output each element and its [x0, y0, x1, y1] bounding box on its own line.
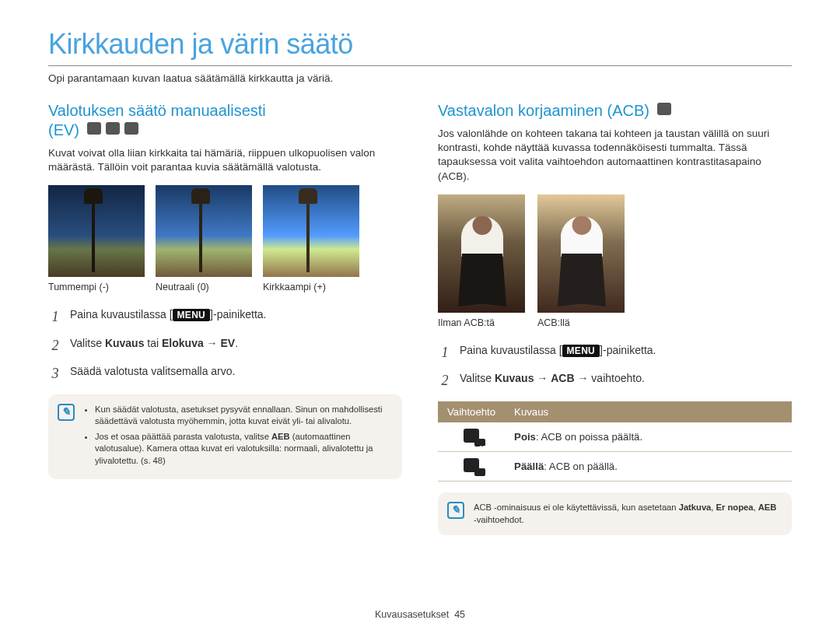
option-desc: : ACB on päällä.: [544, 461, 618, 472]
step-text: Säädä valotusta valitsemalla arvo.: [70, 363, 402, 384]
left-column: Valotuksen säätö manuaalisesti (EV) Kuva…: [48, 101, 402, 535]
step-text: .: [235, 337, 238, 349]
step-text: → vaihtoehto.: [575, 372, 645, 384]
footer-section: Kuvausasetukset: [375, 609, 449, 620]
step-text: →: [204, 337, 221, 349]
ev-paragraph: Kuvat voivat olla liian kirkkaita tai hä…: [48, 146, 402, 174]
note-text: ACB -ominaisuus ei ole käytettävissä, ku…: [474, 503, 679, 512]
acb-note-box: ✎ ACB -ominaisuus ei ole käytettävissä, …: [438, 492, 792, 535]
acb-step-2: 2 Valitse Kuvaus → ACB → vaihtoehto.: [438, 370, 792, 391]
acb-steps: 1 Paina kuvaustilassa [MENU]-painiketta.…: [438, 342, 792, 391]
option-label: Pois: [514, 431, 536, 443]
note-text: -vaihtoehdot.: [474, 515, 524, 524]
step-text: Paina kuvaustilassa [: [70, 308, 173, 321]
ev-steps: 1 Paina kuvaustilassa [MENU]-painiketta.…: [48, 306, 402, 383]
sample-neutral: [156, 185, 252, 277]
step-text: ]-painiketta.: [210, 308, 266, 321]
th-desc: Kuvaus: [505, 401, 792, 422]
caption-neutral: Neutraali (0): [156, 282, 252, 292]
table-row: Päällä: ACB on päällä.: [438, 452, 792, 482]
note-bullet: Kun säädät valotusta, asetukset pysyvät …: [95, 404, 390, 428]
note-bold: AEB: [758, 503, 777, 512]
page-footer: Kuvausasetukset 45: [0, 609, 840, 620]
option-desc: : ACB on poissa päältä.: [536, 431, 642, 443]
ev-sample-captions: Tummempi (-) Neutraali (0) Kirkkaampi (+…: [48, 282, 402, 292]
step-number: 2: [48, 335, 62, 356]
sample-darker: [48, 185, 145, 277]
step-text: Valitse: [70, 337, 105, 349]
th-option: Vaihtoehto: [438, 401, 505, 422]
acb-sample-images: [438, 194, 792, 313]
page-title: Kirkkauden ja värin säätö: [48, 28, 792, 61]
table-header-row: Vaihtoehto Kuvaus: [438, 401, 792, 422]
acb-off-icon: [464, 429, 479, 443]
acb-on-icon: [464, 458, 479, 472]
ev-heading: Valotuksen säätö manuaalisesti (EV): [48, 101, 402, 140]
caption-brighter: Kirkkaampi (+): [263, 282, 359, 292]
step-number: 1: [48, 306, 62, 327]
sample-without-acb: [438, 194, 525, 313]
right-column: Vastavalon korjaaminen (ACB) Jos valonlä…: [438, 101, 792, 535]
acb-heading-text: Vastavalon korjaaminen (ACB): [438, 102, 649, 119]
title-rule: [48, 65, 792, 66]
ev-step-3: 3 Säädä valotusta valitsemalla arvo.: [48, 363, 402, 384]
note-icon: ✎: [58, 404, 75, 421]
note-bullet: Jos et osaa päättää parasta valotusta, v…: [95, 431, 390, 467]
acb-sample-captions: Ilman ACB:tä ACB:llä: [438, 317, 792, 328]
page-intro: Opi parantamaan kuvan laatua säätämällä …: [48, 72, 792, 84]
note-bold: Jatkuva: [679, 503, 712, 512]
mode-movie-icon: [124, 122, 138, 135]
note-bold: Er nopea: [716, 503, 754, 512]
two-column-layout: Valotuksen säätö manuaalisesti (EV) Kuva…: [48, 101, 792, 535]
acb-paragraph: Jos valonlähde on kohteen takana tai koh…: [438, 127, 792, 184]
step-number: 2: [438, 370, 452, 391]
step-bold: Elokuva: [162, 337, 204, 349]
footer-page-number: 45: [454, 609, 465, 620]
ev-heading-line2: (EV): [48, 121, 79, 138]
step-text: Valitse: [460, 372, 495, 384]
step-bold: Kuvaus: [105, 337, 145, 349]
step-number: 1: [438, 342, 452, 363]
step-text: ]-painiketta.: [600, 344, 656, 356]
note-text: Jos et osaa päättää parasta valotusta, v…: [95, 432, 271, 441]
menu-button-label: MENU: [562, 345, 600, 357]
ev-note-box: ✎ Kun säädät valotusta, asetukset pysyvä…: [48, 394, 402, 479]
step-text: →: [534, 372, 551, 384]
mode-p-icon: [87, 122, 101, 135]
sample-brighter: [263, 185, 359, 277]
mode-dis-icon: [106, 122, 120, 135]
table-cell: Pois: ACB on poissa päältä.: [505, 422, 792, 452]
acb-step-1: 1 Paina kuvaustilassa [MENU]-painiketta.: [438, 342, 792, 363]
step-text: Paina kuvaustilassa [: [460, 344, 562, 356]
note-icon: ✎: [447, 502, 464, 519]
menu-button-label: MENU: [173, 309, 211, 321]
option-label: Päällä: [514, 461, 544, 472]
table-cell: Päällä: ACB on päällä.: [505, 452, 792, 482]
caption-without-acb: Ilman ACB:tä: [438, 317, 525, 328]
step-bold: ACB: [551, 372, 574, 384]
acb-options-table: Vaihtoehto Kuvaus Pois: ACB on poissa pä…: [438, 401, 792, 482]
step-bold: Kuvaus: [495, 372, 534, 384]
step-text: tai: [144, 337, 162, 349]
note-bold: AEB: [271, 432, 290, 441]
caption-with-acb: ACB:llä: [537, 317, 625, 328]
table-row: Pois: ACB on poissa päältä.: [438, 422, 792, 452]
step-bold: EV: [221, 337, 236, 349]
sample-with-acb: [537, 194, 625, 313]
mode-p-icon: [657, 103, 671, 115]
caption-darker: Tummempi (-): [48, 282, 145, 292]
ev-sample-images: [48, 185, 402, 277]
ev-heading-line1: Valotuksen säätö manuaalisesti: [48, 102, 266, 119]
ev-step-1: 1 Paina kuvaustilassa [MENU]-painiketta.: [48, 306, 402, 327]
acb-heading: Vastavalon korjaaminen (ACB): [438, 101, 792, 121]
ev-step-2: 2 Valitse Kuvaus tai Elokuva → EV.: [48, 335, 402, 356]
step-number: 3: [48, 363, 62, 384]
